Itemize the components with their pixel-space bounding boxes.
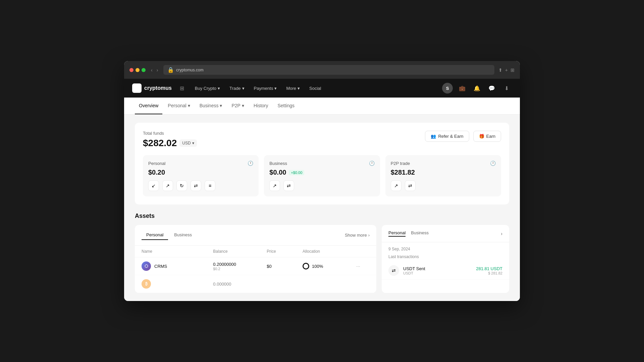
currency-selector[interactable]: USD ▾ bbox=[179, 139, 197, 147]
assets-title: Assets bbox=[135, 213, 509, 220]
swap-icon[interactable]: ⇄ bbox=[405, 180, 416, 191]
p2p-balance: $281.82 bbox=[391, 169, 496, 176]
nav-trade-label: Trade bbox=[229, 86, 240, 91]
nav-actions: S 💼 🔔 💬 ⬇ bbox=[442, 83, 512, 94]
user-avatar[interactable]: S bbox=[442, 83, 453, 94]
subnav-personal[interactable]: Personal ▾ bbox=[164, 98, 194, 114]
logo: ⬡ cryptomus bbox=[132, 83, 172, 93]
subnav-history-label: History bbox=[254, 103, 268, 108]
list-item: ⇄ USDT Sent USDT 281.81 USDT $ 281.82 bbox=[382, 262, 509, 280]
subnav-settings-label: Settings bbox=[277, 103, 294, 108]
subnav-overview[interactable]: Overview bbox=[135, 98, 162, 114]
notifications-button[interactable]: 🔔 bbox=[472, 83, 482, 94]
refer-earn-button[interactable]: 👥 Refer & Earn bbox=[425, 131, 469, 142]
subnav-p2p[interactable]: P2P ▾ bbox=[227, 98, 248, 114]
crms-price: $0 bbox=[267, 264, 303, 269]
chevron-down-icon: ▾ bbox=[220, 103, 222, 108]
chevron-down-icon: ▾ bbox=[242, 86, 245, 91]
history-icon[interactable]: 🕐 bbox=[248, 161, 253, 166]
address-bar[interactable]: 🔒 cryptomus.com bbox=[163, 65, 494, 75]
swap-icon[interactable]: ⇄ bbox=[191, 180, 201, 191]
history-icon[interactable]: 🕐 bbox=[490, 161, 496, 166]
personal-wallet-actions: ↙ ↗ ↻ ⇄ ≡ bbox=[148, 180, 253, 191]
send-icon[interactable]: ↗ bbox=[391, 180, 401, 191]
share-button[interactable]: ⬆ bbox=[498, 67, 502, 73]
history-icon[interactable]: 🕐 bbox=[369, 161, 375, 166]
wallet-cards: Personal 🕐 $0.20 ↙ ↗ ↻ ⇄ ≡ bbox=[143, 155, 501, 196]
grid-menu-icon[interactable]: ⊞ bbox=[180, 85, 184, 92]
chevron-down-icon: ▾ bbox=[218, 86, 220, 91]
nav-more[interactable]: More ▾ bbox=[282, 83, 304, 94]
swap-icon[interactable]: ⇄ bbox=[283, 180, 294, 191]
wallet-card-header: P2P trade 🕐 bbox=[391, 161, 496, 166]
row-more-button[interactable]: ··· bbox=[356, 263, 370, 269]
btc-balance: 0.000000 bbox=[213, 282, 267, 287]
col-name: Name bbox=[142, 249, 213, 254]
show-more-label: Show more bbox=[345, 233, 367, 238]
convert-icon[interactable]: ↻ bbox=[176, 180, 187, 191]
subnav-business[interactable]: Business ▾ bbox=[196, 98, 226, 114]
allocation-pct: 100% bbox=[312, 264, 323, 269]
table-row: ⬡ CRMS 0.20000000 $0.2 $0 100% bbox=[135, 257, 376, 275]
new-tab-button[interactable]: + bbox=[505, 67, 508, 73]
minimize-button[interactable] bbox=[136, 68, 140, 72]
show-more-button[interactable]: Show more › bbox=[345, 233, 370, 238]
nav-trade[interactable]: Trade ▾ bbox=[225, 83, 248, 94]
business-badge: +$0.00 bbox=[289, 170, 304, 175]
funds-value: $282.02 bbox=[143, 138, 177, 148]
personal-tab-label: Personal bbox=[146, 232, 163, 237]
subnav-business-label: Business bbox=[200, 103, 219, 108]
subnav-settings[interactable]: Settings bbox=[273, 98, 299, 114]
crms-balance: 0.20000000 bbox=[213, 262, 267, 267]
back-button[interactable]: ‹ bbox=[150, 67, 154, 73]
messages-button[interactable]: 💬 bbox=[486, 83, 497, 94]
trans-header: Personal Business › bbox=[382, 225, 509, 242]
asset-name-cell: ₿ bbox=[142, 279, 213, 289]
asset-balance-cell: 0.000000 bbox=[213, 282, 267, 287]
funds-amount: $282.02 USD ▾ bbox=[143, 138, 197, 148]
receive-icon[interactable]: ↙ bbox=[148, 180, 159, 191]
send-icon[interactable]: ↗ bbox=[269, 180, 280, 191]
nav-social[interactable]: Social bbox=[305, 83, 325, 94]
users-icon: 👥 bbox=[431, 134, 436, 139]
stake-icon[interactable]: ≡ bbox=[205, 180, 215, 191]
trans-amount-usd: $ 281.82 bbox=[476, 271, 502, 275]
business-balance: $0.00 bbox=[269, 169, 286, 176]
grid-button[interactable]: ⊞ bbox=[511, 67, 515, 73]
funds-header: Total funds $282.02 USD ▾ 👥 Refer bbox=[143, 131, 501, 148]
chevron-down-icon: ▾ bbox=[298, 86, 300, 91]
nav-buy-crypto[interactable]: Buy Crypto ▾ bbox=[191, 83, 224, 94]
business-wallet-card: Business 🕐 $0.00 +$0.00 ↗ ⇄ bbox=[264, 155, 380, 196]
wallet-icon-button[interactable]: 💼 bbox=[457, 83, 468, 94]
browser-window: ‹ › 🔒 cryptomus.com ⬆ + ⊞ ⬡ cryptomus ⊞ … bbox=[124, 61, 520, 301]
tab-personal-trans[interactable]: Personal bbox=[388, 230, 406, 237]
nav-payments[interactable]: Payments ▾ bbox=[250, 83, 281, 94]
tab-business-trans[interactable]: Business bbox=[411, 230, 429, 237]
chevron-right-icon[interactable]: › bbox=[501, 231, 502, 236]
assets-table-card: Personal Business Show more › bbox=[135, 225, 376, 293]
traffic-lights bbox=[129, 68, 146, 72]
download-button[interactable]: ⬇ bbox=[501, 83, 512, 94]
close-button[interactable] bbox=[129, 68, 133, 72]
chevron-down-icon: ▾ bbox=[242, 103, 244, 108]
lock-icon: 🔒 bbox=[167, 67, 174, 73]
send-icon[interactable]: ↗ bbox=[162, 180, 173, 191]
p2p-wallet-actions: ↗ ⇄ bbox=[391, 180, 496, 191]
chevron-down-icon: ▾ bbox=[274, 86, 277, 91]
personal-wallet-card: Personal 🕐 $0.20 ↙ ↗ ↻ ⇄ ≡ bbox=[143, 155, 259, 196]
earn-button[interactable]: 🎁 Earn bbox=[473, 131, 501, 142]
top-nav: ⬡ cryptomus ⊞ Buy Crypto ▾ Trade ▾ Payme… bbox=[124, 79, 520, 98]
app-container: ⬡ cryptomus ⊞ Buy Crypto ▾ Trade ▾ Payme… bbox=[124, 79, 520, 301]
subnav-history[interactable]: History bbox=[250, 98, 272, 114]
maximize-button[interactable] bbox=[142, 68, 146, 72]
forward-button[interactable]: › bbox=[155, 67, 160, 73]
tab-business-assets[interactable]: Business bbox=[169, 230, 197, 240]
earn-label: Earn bbox=[486, 134, 495, 139]
asset-name: CRMS bbox=[154, 264, 167, 269]
tab-personal-assets[interactable]: Personal bbox=[142, 230, 168, 240]
business-tab-label: Business bbox=[174, 232, 192, 237]
trans-date: 9 Sep, 2024 bbox=[388, 247, 410, 251]
assets-card-header: Personal Business Show more › bbox=[135, 225, 376, 246]
main-content: Total funds $282.02 USD ▾ 👥 Refer bbox=[124, 115, 520, 301]
subnav-overview-label: Overview bbox=[139, 103, 158, 108]
